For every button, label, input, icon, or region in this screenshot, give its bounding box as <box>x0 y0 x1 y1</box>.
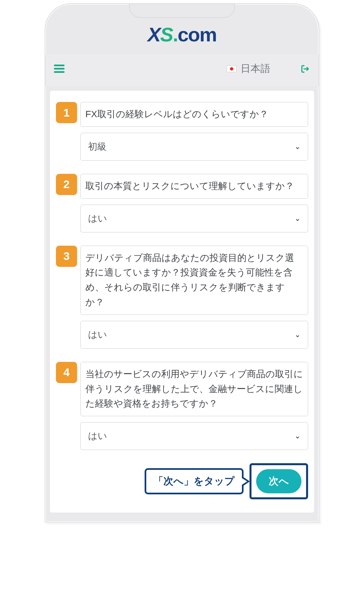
risk-understand-select[interactable]: はい ⌄ <box>80 205 308 232</box>
question-group: 4 当社のサービスの利用やデリバティブ商品の取引に伴うリスクを理解した上で、金融… <box>56 362 308 450</box>
logo-dot: . <box>173 24 178 46</box>
language-selector[interactable]: 日本語 <box>227 62 270 75</box>
phone-notch <box>129 4 235 18</box>
xs-logo: XS.com <box>148 23 216 46</box>
chevron-down-icon: ⌄ <box>295 142 300 151</box>
step-badge: 2 <box>56 174 77 195</box>
select-value: 初級 <box>88 140 107 153</box>
menu-icon[interactable] <box>54 63 65 74</box>
derivative-suitability-select[interactable]: はい ⌄ <box>80 321 308 349</box>
logo-x: X <box>148 24 160 46</box>
phone-mock: XS.com 日本語 1 FX取引の経験レベルはどのくらいですか？ 初級 ⌄ <box>45 3 319 522</box>
logout-icon[interactable] <box>300 65 310 73</box>
step-badge: 4 <box>56 362 77 383</box>
step-badge: 1 <box>56 102 77 123</box>
step-badge: 3 <box>56 246 77 267</box>
select-value: はい <box>88 328 107 341</box>
chevron-down-icon: ⌄ <box>295 214 300 223</box>
question-group: 2 取引の本質とリスクについて理解していますか？ はい ⌄ <box>56 174 308 232</box>
next-highlight-box: 次へ <box>250 463 308 499</box>
logo-com: com <box>178 24 216 46</box>
experience-level-select[interactable]: 初級 ⌄ <box>80 133 308 161</box>
chevron-down-icon: ⌄ <box>295 432 300 440</box>
logo-s: S <box>160 24 173 46</box>
experience-qualification-select[interactable]: はい ⌄ <box>80 422 308 450</box>
question-group: 1 FX取引の経験レベルはどのくらいですか？ 初級 ⌄ <box>56 102 308 161</box>
question-text: FX取引の経験レベルはどのくらいですか？ <box>80 102 308 127</box>
chevron-down-icon: ⌄ <box>295 330 300 339</box>
footer-row: 「次へ」をタップ 次へ <box>56 463 308 499</box>
language-label: 日本語 <box>241 62 270 75</box>
question-text: デリバティブ商品はあなたの投資目的とリスク選好に適していますか？投資資金を失う可… <box>80 246 308 315</box>
question-text: 当社のサービスの利用やデリバティブ商品の取引に伴うリスクを理解した上で、金融サー… <box>80 362 308 416</box>
top-bar: 日本語 <box>45 55 319 86</box>
form-card: 1 FX取引の経験レベルはどのくらいですか？ 初級 ⌄ 2 取引の本質とリスクに… <box>50 91 314 513</box>
instruction-callout: 「次へ」をタップ <box>145 468 244 494</box>
question-text: 取引の本質とリスクについて理解していますか？ <box>80 174 308 199</box>
select-value: はい <box>88 430 107 442</box>
select-value: はい <box>88 212 107 225</box>
flag-icon <box>227 66 237 72</box>
next-button[interactable]: 次へ <box>256 469 301 493</box>
question-group: 3 デリバティブ商品はあなたの投資目的とリスク選好に適していますか？投資資金を失… <box>56 246 308 349</box>
